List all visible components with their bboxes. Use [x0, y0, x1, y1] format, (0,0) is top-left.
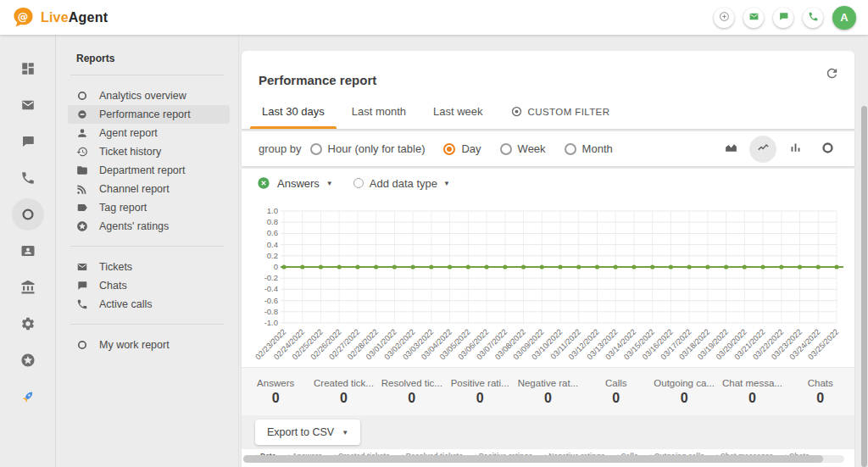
menu-item-analytics-overview[interactable]: Analytics overview [68, 86, 230, 105]
add-data-type-button[interactable]: Add data type ▼ [353, 177, 450, 190]
donut-chart-button[interactable] [814, 136, 841, 163]
stat-resolved-tic-: Resolved tic...0 [378, 378, 446, 406]
rail-item-chats[interactable] [0, 123, 55, 159]
star-circle-icon [20, 353, 36, 368]
rail-item-settings[interactable] [0, 305, 55, 342]
chart-card: Answers ▼ Add data type ▼ 1.00.80.60.40.… [242, 169, 854, 467]
phone-icon [808, 11, 819, 25]
rail-item-achievements[interactable] [0, 342, 55, 378]
horizontal-scrollbar-thumb[interactable] [243, 455, 823, 463]
rail-item-tickets[interactable] [0, 86, 55, 123]
menu-item-agent-report[interactable]: Agent report [68, 124, 230, 142]
stats-summary-band: Answers0Created tick...0Resolved tic...0… [242, 367, 854, 415]
filter-dot-icon [510, 105, 523, 118]
new-chat-button[interactable] [773, 8, 793, 28]
menu-item-active-calls[interactable]: Active calls [68, 295, 230, 314]
data-table-header: ↓Date↑Answers↑Created tickets↑Resolved t… [242, 449, 854, 467]
stat-value: 0 [514, 391, 581, 406]
menu-item-ticket-history[interactable]: Ticket history [68, 142, 230, 161]
refresh-button[interactable] [825, 66, 839, 83]
add-button[interactable] [714, 8, 734, 28]
radio-label: Day [461, 142, 481, 155]
series-row: Answers ▼ Add data type ▼ [242, 169, 854, 197]
tab-last-30-days[interactable]: Last 30 days [250, 105, 337, 129]
menu-item-tag-report[interactable]: Tag report [68, 198, 230, 217]
radio-icon[interactable] [310, 143, 322, 155]
stat-negative-rat-: Negative rat...0 [514, 378, 581, 406]
rail-icon-wrap [12, 162, 44, 194]
menu-item-chats[interactable]: Chats [68, 276, 230, 295]
group-by-radio-week[interactable]: Week [500, 142, 546, 155]
vertical-scrollbar-thumb[interactable] [861, 106, 867, 467]
performance-chart: 1.00.80.60.40.20-0.2-0.4-0.6-0.8-1.002/2… [242, 197, 854, 367]
group-by-card: group by Hour (only for table)DayWeekMon… [242, 131, 854, 166]
svg-text:1.0: 1.0 [267, 206, 278, 215]
menu-item-channel-report[interactable]: Channel report [68, 180, 230, 198]
line-chart-button[interactable] [749, 136, 776, 163]
rail-item-billing[interactable] [0, 269, 55, 305]
stat-label: Created tick... [309, 378, 377, 388]
line-chart-svg: 1.00.80.60.40.20-0.2-0.4-0.6-0.8-1.002/2… [250, 197, 843, 367]
group-by-radio-month[interactable]: Month [565, 142, 613, 155]
area-chart-button[interactable] [717, 136, 744, 163]
new-ticket-button[interactable] [743, 8, 764, 28]
new-call-button[interactable] [803, 8, 823, 28]
radio-icon[interactable] [500, 143, 512, 155]
menu-item-my-work-report[interactable]: My work report [68, 336, 230, 354]
rail-item-calls[interactable] [0, 159, 55, 196]
radio-label: Week [518, 142, 546, 155]
chevron-down-icon[interactable]: ▼ [326, 180, 333, 187]
radio-icon[interactable] [565, 143, 576, 155]
group-by-radio-day[interactable]: Day [443, 142, 481, 155]
stat-value: 0 [650, 391, 718, 406]
svg-text:@: @ [18, 10, 29, 23]
series-chip-answers[interactable]: Answers ▼ [257, 176, 333, 190]
group-by-radio-hour-only-for-table-[interactable]: Hour (only for table) [310, 142, 426, 155]
tab-custom-filter[interactable]: CUSTOM FILTER [498, 105, 622, 129]
tab-last-week[interactable]: Last week [421, 105, 495, 129]
brand-text: LiveAgent [41, 10, 108, 25]
ring-icon [76, 90, 88, 102]
remove-series-icon[interactable] [257, 176, 270, 190]
user-avatar[interactable]: A [832, 6, 856, 30]
svg-text:-0.2: -0.2 [264, 273, 278, 282]
divider [70, 246, 224, 247]
rail-item-getting-started[interactable] [0, 378, 55, 414]
rail-icon-wrap [12, 89, 44, 121]
stat-value: 0 [446, 391, 514, 406]
menu-item-tickets[interactable]: Tickets [68, 258, 230, 276]
phone-icon [20, 170, 36, 186]
chevron-down-icon[interactable]: ▼ [443, 180, 450, 187]
rail-item-contacts[interactable] [0, 232, 55, 269]
stat-value: 0 [309, 391, 377, 406]
rail-item-dashboard[interactable] [0, 50, 55, 86]
rail-icon-wrap [12, 235, 44, 267]
stat-chats: Chats0 [787, 378, 854, 406]
horizontal-scrollbar-track[interactable] [243, 455, 844, 463]
group-by-options: Hour (only for table)DayWeekMonth [310, 142, 628, 155]
bank-icon [20, 280, 36, 295]
page-title: Performance report [259, 73, 376, 87]
stat-label: Outgoing ca... [650, 378, 718, 388]
radio-selected-icon[interactable] [443, 143, 455, 155]
export-to-csv-button[interactable]: Export to CSV ▼ [255, 420, 360, 445]
liveagent-logo[interactable]: @ LiveAgent [12, 6, 108, 29]
rail-item-reports[interactable] [0, 196, 55, 232]
content-area: Performance report Last 30 daysLast mont… [239, 35, 868, 467]
radio-label: Month [582, 142, 613, 155]
group-by-label: group by [259, 142, 302, 155]
menu-item-department-report[interactable]: Department report [68, 161, 230, 180]
rail-icon-wrap [12, 125, 44, 158]
tab-last-month[interactable]: Last month [340, 105, 418, 129]
reports-menu: Reports Analytics overviewPerformance re… [56, 35, 239, 467]
phone-icon [76, 298, 88, 310]
menu-item-performance-report[interactable]: Performance report [68, 105, 230, 124]
stat-label: Positive rati... [446, 378, 514, 388]
bar-chart-button[interactable] [782, 136, 809, 163]
menu-item-agents-ratings[interactable]: Agents' ratings [68, 217, 230, 236]
svg-text:-1.0: -1.0 [264, 318, 278, 327]
stat-label: Chat messa... [718, 378, 786, 388]
stat-label: Calls [582, 378, 650, 388]
stat-answers: Answers0 [242, 378, 309, 406]
plus-circle-icon [719, 11, 730, 25]
